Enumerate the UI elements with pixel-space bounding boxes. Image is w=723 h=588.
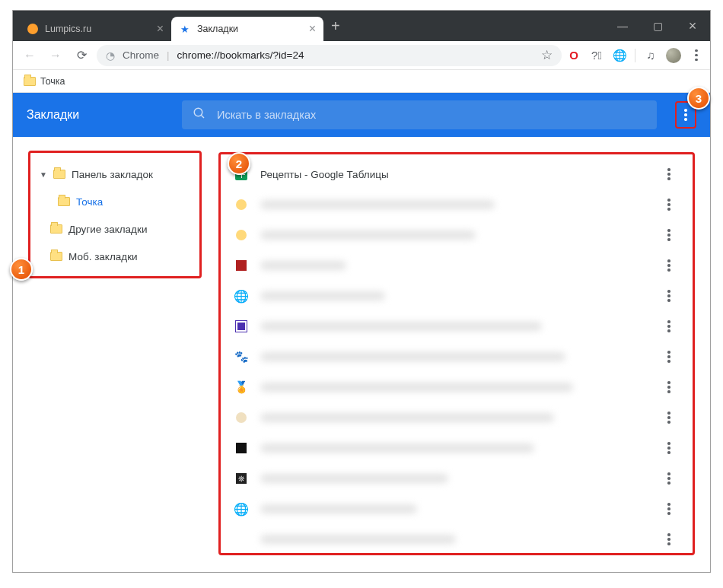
item-menu-button[interactable] <box>664 472 679 485</box>
item-menu-button[interactable] <box>664 229 679 241</box>
extensions: O ?⃞ 🌐 ♫ <box>566 48 704 63</box>
address-bar[interactable]: ◔ Chrome | chrome://bookmarks/?id=24 ☆ <box>97 45 562 66</box>
close-icon[interactable]: × <box>157 22 164 36</box>
bookmark-row[interactable] <box>224 220 690 250</box>
opera-ext-icon[interactable]: O <box>566 48 581 63</box>
bookmark-title <box>260 474 651 483</box>
url-text: chrome://bookmarks/?id=24 <box>177 49 304 61</box>
folder-icon <box>24 77 36 86</box>
bookmark-title <box>260 352 651 361</box>
bookmark-row[interactable]: 🌐 <box>224 281 690 311</box>
help-ext-icon[interactable]: ?⃞ <box>589 48 604 63</box>
favicon-icon <box>234 198 248 211</box>
favicon-icon: 🐾 <box>234 350 248 364</box>
bookmark-row[interactable] <box>224 250 690 281</box>
bookmark-row[interactable] <box>224 402 690 433</box>
bookmark-row[interactable]: Рецепты - Google Таблицы <box>224 159 690 189</box>
favicon-icon: ❊ <box>234 472 248 485</box>
favicon-icon <box>234 411 248 424</box>
item-menu-button[interactable] <box>664 442 679 454</box>
bookmarks-body: ▼ Панель закладок Точка Другие закладки … <box>13 137 710 572</box>
favicon-icon <box>234 228 248 242</box>
svg-point-0 <box>194 108 202 116</box>
bookmark-title: Рецепты - Google Таблицы <box>260 169 651 180</box>
tree-item-other[interactable]: Другие закладки <box>35 215 195 243</box>
tab-label: Закладки <box>197 24 238 34</box>
item-menu-button[interactable] <box>664 351 679 363</box>
bookmark-title <box>260 535 651 544</box>
back-button[interactable]: ← <box>19 45 40 66</box>
item-menu-button[interactable] <box>664 320 679 332</box>
bookmarks-bar: Точка <box>13 70 710 93</box>
item-menu-button[interactable] <box>664 533 679 545</box>
close-window-button[interactable]: × <box>675 11 710 41</box>
toolbar: ← → ⟳ ◔ Chrome | chrome://bookmarks/?id=… <box>13 41 710 70</box>
bookmark-row[interactable]: ❊ <box>224 463 690 494</box>
bookmarks-bar-item[interactable]: Точка <box>40 76 65 87</box>
folder-icon <box>53 170 65 179</box>
bookmark-title <box>260 322 651 331</box>
forward-button[interactable]: → <box>45 45 66 66</box>
tree-item-mobile[interactable]: Моб. закладки <box>35 243 195 270</box>
bookmark-row[interactable] <box>224 189 690 220</box>
profile-avatar[interactable] <box>666 48 681 63</box>
tree-label: Моб. закладки <box>68 251 138 262</box>
tab-bookmarks[interactable]: ★ Закладки × <box>171 17 323 41</box>
callout-3: 3 <box>687 87 710 110</box>
bookmark-row[interactable]: 🌐 <box>224 494 690 524</box>
item-menu-button[interactable] <box>664 290 679 302</box>
divider <box>635 49 635 62</box>
browser-window: Lumpics.ru × ★ Закладки × + — ▢ × ← → ⟳ … <box>12 10 711 573</box>
music-ext-icon[interactable]: ♫ <box>643 48 658 63</box>
tree-item-tochka[interactable]: Точка <box>35 188 195 215</box>
bookmark-row[interactable]: 🐾 <box>224 342 690 372</box>
callout-2: 2 <box>228 152 250 175</box>
favicon-orange-icon <box>27 23 39 35</box>
favicon-icon <box>234 319 248 333</box>
window-controls: — ▢ × <box>605 11 710 41</box>
folder-tree: ▼ Панель закладок Точка Другие закладки … <box>28 151 202 278</box>
favicon-icon: 🏅 <box>234 380 248 394</box>
bookmark-title <box>260 230 651 240</box>
item-menu-button[interactable] <box>664 503 679 515</box>
bookmark-title <box>260 200 651 209</box>
item-menu-button[interactable] <box>664 381 679 393</box>
chrome-menu-button[interactable] <box>689 48 704 63</box>
bookmark-row[interactable] <box>224 433 690 463</box>
globe-ext-icon[interactable]: 🌐 <box>612 48 627 63</box>
tab-label: Lumpics.ru <box>45 24 91 34</box>
folder-icon <box>58 197 70 206</box>
favicon-icon: 🌐 <box>234 289 248 303</box>
bookmark-row[interactable] <box>224 524 690 555</box>
tree-root[interactable]: ▼ Панель закладок <box>35 161 195 188</box>
item-menu-button[interactable] <box>664 412 679 424</box>
search-box[interactable] <box>182 100 657 129</box>
favicon-icon <box>234 532 248 546</box>
item-menu-button[interactable] <box>664 168 679 180</box>
origin-label: Chrome <box>123 49 159 61</box>
close-icon[interactable]: × <box>309 22 316 36</box>
callout-1: 1 <box>10 258 33 281</box>
bookmark-title <box>260 291 651 300</box>
tab-strip: Lumpics.ru × ★ Закладки × + — ▢ × <box>13 11 710 41</box>
bookmark-title <box>260 383 651 392</box>
bookmark-row[interactable] <box>224 555 690 555</box>
tab-lumpics[interactable]: Lumpics.ru × <box>19 17 171 41</box>
item-menu-button[interactable] <box>664 199 679 211</box>
bookmarks-manager-header: Закладки <box>13 93 710 137</box>
bookmark-row[interactable]: 🏅 <box>224 372 690 402</box>
favicon-icon: 🌐 <box>234 502 248 516</box>
new-tab-button[interactable]: + <box>323 17 348 35</box>
star-icon[interactable]: ☆ <box>541 47 553 63</box>
minimize-button[interactable]: — <box>605 11 640 41</box>
favicon-star-icon: ★ <box>179 23 191 35</box>
sidebar: ▼ Панель закладок Точка Другие закладки … <box>13 137 211 572</box>
item-menu-button[interactable] <box>664 259 679 272</box>
tree-label: Другие закладки <box>68 224 147 235</box>
reload-button[interactable]: ⟳ <box>71 45 92 66</box>
maximize-button[interactable]: ▢ <box>640 11 675 41</box>
bookmark-row[interactable] <box>224 311 690 342</box>
folder-icon <box>50 224 62 234</box>
search-input[interactable] <box>217 109 646 121</box>
svg-line-1 <box>201 115 204 118</box>
